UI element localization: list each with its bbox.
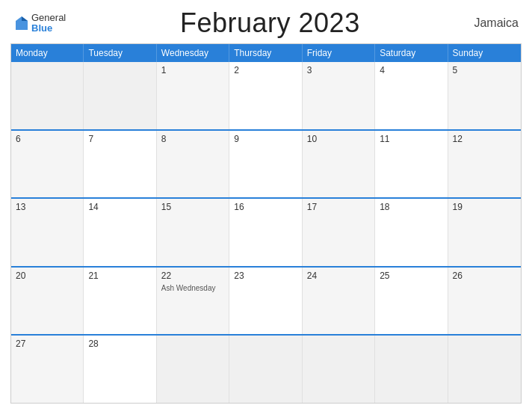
day-cell-3-6: 26 [448, 268, 521, 335]
header-friday: Friday [303, 44, 375, 62]
header-saturday: Saturday [375, 44, 448, 62]
svg-marker-1 [22, 16, 28, 21]
logo-general: General [31, 13, 66, 23]
calendar-header: Monday Tuesday Wednesday Thursday Friday… [11, 44, 521, 62]
day-cell-0-4: 3 [303, 62, 375, 129]
day-cell-0-0 [11, 62, 84, 129]
week-row-3: 13141516171819 [11, 199, 521, 268]
day-number: 6 [16, 134, 78, 144]
day-cell-4-4 [303, 336, 375, 403]
day-cell-2-1: 14 [84, 199, 156, 266]
event-label: Ash Wednesday [161, 284, 224, 292]
day-number: 23 [234, 271, 297, 281]
day-number: 12 [453, 134, 516, 144]
calendar-grid: Monday Tuesday Wednesday Thursday Friday… [10, 43, 522, 404]
day-number: 3 [307, 65, 370, 75]
day-number: 11 [380, 134, 442, 144]
day-number: 25 [380, 271, 442, 281]
day-cell-1-6: 12 [448, 131, 521, 198]
day-cell-4-2 [157, 336, 229, 403]
day-number: 27 [16, 339, 78, 349]
calendar-body: 12345678910111213141516171819202122Ash W… [11, 62, 521, 403]
day-cell-1-5: 11 [375, 131, 448, 198]
week-row-5: 2728 [11, 336, 521, 403]
header-sunday: Sunday [448, 44, 521, 62]
day-cell-1-0: 6 [11, 131, 84, 198]
day-number: 20 [16, 271, 78, 281]
day-cell-3-5: 25 [375, 268, 448, 335]
calendar-title: February 2023 [180, 7, 360, 39]
day-number: 10 [307, 134, 370, 144]
country-label: Jamaica [474, 16, 519, 30]
day-cell-2-4: 17 [303, 199, 375, 266]
day-number: 4 [380, 65, 442, 75]
day-number: 22 [161, 271, 224, 281]
logo-text: General Blue [31, 13, 66, 34]
day-cell-4-3 [229, 336, 302, 403]
day-cell-4-1: 28 [84, 336, 156, 403]
day-cell-2-0: 13 [11, 199, 84, 266]
header-thursday: Thursday [229, 44, 302, 62]
day-cell-3-2: 22Ash Wednesday [157, 268, 229, 335]
logo: General Blue [13, 13, 66, 34]
day-cell-2-6: 19 [448, 199, 521, 266]
day-number: 17 [307, 202, 370, 212]
week-row-2: 6789101112 [11, 131, 521, 200]
week-row-1: 12345 [11, 62, 521, 131]
day-number: 1 [161, 65, 224, 75]
day-number: 9 [234, 134, 297, 144]
day-number: 2 [234, 65, 297, 75]
header-monday: Monday [11, 44, 84, 62]
day-number: 26 [453, 271, 516, 281]
day-cell-1-1: 7 [84, 131, 156, 198]
day-cell-1-4: 10 [303, 131, 375, 198]
day-cell-0-1 [84, 62, 156, 129]
day-cell-3-1: 21 [84, 268, 156, 335]
day-number: 21 [88, 271, 151, 281]
day-cell-0-6: 5 [448, 62, 521, 129]
day-cell-3-0: 20 [11, 268, 84, 335]
day-number: 24 [307, 271, 370, 281]
day-number: 19 [453, 202, 516, 212]
day-number: 5 [453, 65, 516, 75]
day-cell-4-6 [448, 336, 521, 403]
day-cell-4-0: 27 [11, 336, 84, 403]
day-cell-1-2: 8 [157, 131, 229, 198]
header-tuesday: Tuesday [84, 44, 156, 62]
day-number: 8 [161, 134, 224, 144]
day-number: 13 [16, 202, 78, 212]
logo-blue: Blue [31, 23, 66, 34]
day-cell-3-4: 24 [303, 268, 375, 335]
day-number: 7 [88, 134, 151, 144]
day-cell-0-2: 1 [157, 62, 229, 129]
day-cell-3-3: 23 [229, 268, 302, 335]
day-cell-2-2: 15 [157, 199, 229, 266]
day-number: 15 [161, 202, 224, 212]
day-cell-1-3: 9 [229, 131, 302, 198]
day-cell-2-3: 16 [229, 199, 302, 266]
header-wednesday: Wednesday [157, 44, 229, 62]
day-cell-0-3: 2 [229, 62, 302, 129]
day-cell-0-5: 4 [375, 62, 448, 129]
day-number: 14 [88, 202, 151, 212]
day-number: 18 [380, 202, 442, 212]
week-row-4: 202122Ash Wednesday23242526 [11, 268, 521, 336]
logo-icon [15, 15, 28, 31]
day-number: 16 [234, 202, 297, 212]
page-header: General Blue February 2023 Jamaica [10, 7, 522, 39]
day-cell-4-5 [375, 336, 448, 403]
day-cell-2-5: 18 [375, 199, 448, 266]
day-number: 28 [88, 339, 151, 349]
calendar-page: General Blue February 2023 Jamaica Monda… [0, 0, 532, 411]
